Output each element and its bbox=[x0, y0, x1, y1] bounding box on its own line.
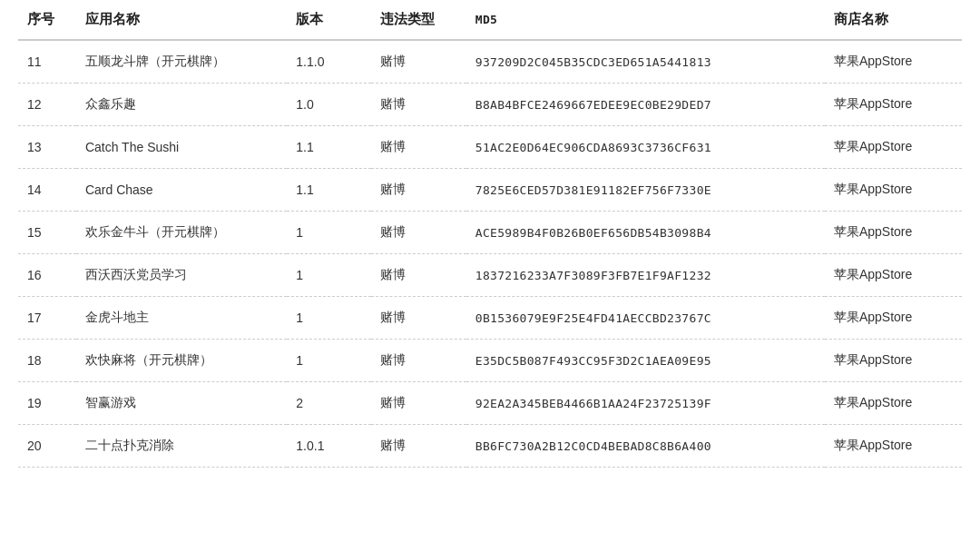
cell-store: 苹果AppStore bbox=[825, 382, 962, 425]
cell-store: 苹果AppStore bbox=[825, 212, 962, 254]
cell-version: 1.1.0 bbox=[287, 40, 371, 84]
cell-version: 1.1 bbox=[287, 126, 371, 169]
header-version: 版本 bbox=[287, 0, 371, 40]
cell-md5: 92EA2A345BEB4466B1AA24F23725139F bbox=[466, 382, 825, 425]
cell-name: Card Chase bbox=[76, 169, 287, 212]
cell-md5: B8AB4BFCE2469667EDEE9EC0BE29DED7 bbox=[466, 84, 825, 126]
cell-type: 赌博 bbox=[371, 425, 466, 468]
cell-version: 2 bbox=[287, 382, 371, 425]
cell-version: 1.0 bbox=[287, 84, 371, 126]
header-store: 商店名称 bbox=[825, 0, 962, 40]
cell-version: 1 bbox=[287, 297, 371, 340]
cell-type: 赌博 bbox=[371, 297, 466, 340]
cell-name: 众鑫乐趣 bbox=[76, 84, 287, 126]
cell-version: 1 bbox=[287, 254, 371, 297]
cell-store: 苹果AppStore bbox=[825, 340, 962, 382]
cell-md5: 0B1536079E9F25E4FD41AECCBD23767C bbox=[466, 297, 825, 340]
cell-name: 五顺龙斗牌（开元棋牌） bbox=[76, 40, 287, 84]
cell-type: 赌博 bbox=[371, 254, 466, 297]
cell-store: 苹果AppStore bbox=[825, 425, 962, 468]
cell-index: 13 bbox=[18, 126, 76, 169]
cell-store: 苹果AppStore bbox=[825, 254, 962, 297]
cell-md5: 937209D2C045B35CDC3ED651A5441813 bbox=[466, 40, 825, 84]
table-header-row: 序号 应用名称 版本 违法类型 MD5 商店名称 bbox=[18, 0, 962, 40]
cell-store: 苹果AppStore bbox=[825, 297, 962, 340]
cell-type: 赌博 bbox=[371, 84, 466, 126]
cell-index: 16 bbox=[18, 254, 76, 297]
table-row: 15欢乐金牛斗（开元棋牌）1赌博ACE5989B4F0B26B0EF656DB5… bbox=[18, 212, 962, 254]
cell-version: 1 bbox=[287, 212, 371, 254]
cell-md5: BB6FC730A2B12C0CD4BEBAD8C8B6A400 bbox=[466, 425, 825, 468]
cell-version: 1 bbox=[287, 340, 371, 382]
cell-md5: 51AC2E0D64EC906CDA8693C3736CF631 bbox=[466, 126, 825, 169]
cell-index: 19 bbox=[18, 382, 76, 425]
table-row: 12众鑫乐趣1.0赌博B8AB4BFCE2469667EDEE9EC0BE29D… bbox=[18, 84, 962, 126]
table-row: 16西沃西沃党员学习1赌博1837216233A7F3089F3FB7E1F9A… bbox=[18, 254, 962, 297]
cell-md5: 1837216233A7F3089F3FB7E1F9AF1232 bbox=[466, 254, 825, 297]
cell-type: 赌博 bbox=[371, 40, 466, 84]
cell-md5: 7825E6CED57D381E91182EF756F7330E bbox=[466, 169, 825, 212]
header-index: 序号 bbox=[18, 0, 76, 40]
cell-type: 赌博 bbox=[371, 382, 466, 425]
table-row: 11五顺龙斗牌（开元棋牌）1.1.0赌博937209D2C045B35CDC3E… bbox=[18, 40, 962, 84]
cell-index: 15 bbox=[18, 212, 76, 254]
cell-type: 赌博 bbox=[371, 212, 466, 254]
cell-index: 20 bbox=[18, 425, 76, 468]
cell-name: 智赢游戏 bbox=[76, 382, 287, 425]
cell-version: 1.1 bbox=[287, 169, 371, 212]
cell-index: 12 bbox=[18, 84, 76, 126]
cell-index: 14 bbox=[18, 169, 76, 212]
header-md5: MD5 bbox=[466, 0, 825, 40]
cell-name: 西沃西沃党员学习 bbox=[76, 254, 287, 297]
table-row: 13Catch The Sushi1.1赌博51AC2E0D64EC906CDA… bbox=[18, 126, 962, 169]
cell-name: 欢乐金牛斗（开元棋牌） bbox=[76, 212, 287, 254]
table-row: 20二十点扑克消除1.0.1赌博BB6FC730A2B12C0CD4BEBAD8… bbox=[18, 425, 962, 468]
cell-name: Catch The Sushi bbox=[76, 126, 287, 169]
table-row: 17金虎斗地主1赌博0B1536079E9F25E4FD41AECCBD2376… bbox=[18, 297, 962, 340]
cell-md5: ACE5989B4F0B26B0EF656DB54B3098B4 bbox=[466, 212, 825, 254]
cell-name: 二十点扑克消除 bbox=[76, 425, 287, 468]
cell-type: 赌博 bbox=[371, 340, 466, 382]
data-table: 序号 应用名称 版本 违法类型 MD5 商店名称 11五顺龙斗牌（开元棋牌）1.… bbox=[18, 0, 962, 468]
table-row: 19智赢游戏2赌博92EA2A345BEB4466B1AA24F23725139… bbox=[18, 382, 962, 425]
table-row: 18欢快麻将（开元棋牌）1赌博E35DC5B087F493CC95F3D2C1A… bbox=[18, 340, 962, 382]
cell-name: 欢快麻将（开元棋牌） bbox=[76, 340, 287, 382]
cell-md5: E35DC5B087F493CC95F3D2C1AEA09E95 bbox=[466, 340, 825, 382]
header-type: 违法类型 bbox=[371, 0, 466, 40]
cell-index: 18 bbox=[18, 340, 76, 382]
cell-name: 金虎斗地主 bbox=[76, 297, 287, 340]
cell-index: 17 bbox=[18, 297, 76, 340]
header-name: 应用名称 bbox=[76, 0, 287, 40]
cell-type: 赌博 bbox=[371, 126, 466, 169]
cell-version: 1.0.1 bbox=[287, 425, 371, 468]
cell-index: 11 bbox=[18, 40, 76, 84]
main-container: 序号 应用名称 版本 违法类型 MD5 商店名称 11五顺龙斗牌（开元棋牌）1.… bbox=[0, 0, 980, 468]
cell-store: 苹果AppStore bbox=[825, 84, 962, 126]
cell-store: 苹果AppStore bbox=[825, 126, 962, 169]
cell-type: 赌博 bbox=[371, 169, 466, 212]
cell-store: 苹果AppStore bbox=[825, 40, 962, 84]
table-row: 14Card Chase1.1赌博7825E6CED57D381E91182EF… bbox=[18, 169, 962, 212]
cell-store: 苹果AppStore bbox=[825, 169, 962, 212]
